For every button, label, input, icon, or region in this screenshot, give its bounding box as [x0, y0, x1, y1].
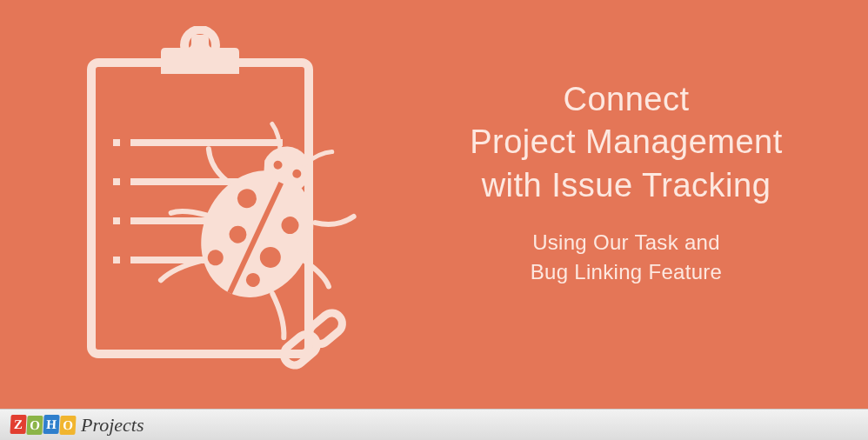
promo-banner: Connect Project Management with Issue Tr… [0, 0, 868, 409]
zoho-letter-z: Z [10, 415, 26, 434]
svg-rect-4 [113, 217, 120, 224]
heading-line-1: Connect [563, 81, 689, 117]
svg-rect-3 [113, 178, 120, 185]
product-name: Projects [81, 414, 144, 437]
footer-bar: Z O H O Projects [0, 409, 868, 440]
heading-line-3: with Issue Tracking [482, 167, 771, 203]
banner-heading: Connect Project Management with Issue Tr… [413, 78, 839, 207]
subheading-line-2: Bug Linking Feature [531, 260, 723, 283]
subheading-line-1: Using Our Task and [532, 230, 720, 254]
svg-rect-5 [113, 257, 120, 263]
zoho-letter-o2: O [59, 416, 76, 435]
zoho-letter-o1: O [26, 416, 43, 435]
banner-text: Connect Project Management with Issue Tr… [413, 78, 839, 286]
zoho-logo: Z O H O [10, 416, 76, 435]
banner-subheading: Using Our Task and Bug Linking Feature [413, 228, 839, 286]
heading-line-2: Project Management [470, 123, 783, 160]
banner-illustration [61, 26, 374, 374]
clipboard-bug-link-icon [61, 26, 374, 374]
svg-rect-2 [113, 139, 120, 146]
zoho-letter-h: H [43, 415, 59, 434]
